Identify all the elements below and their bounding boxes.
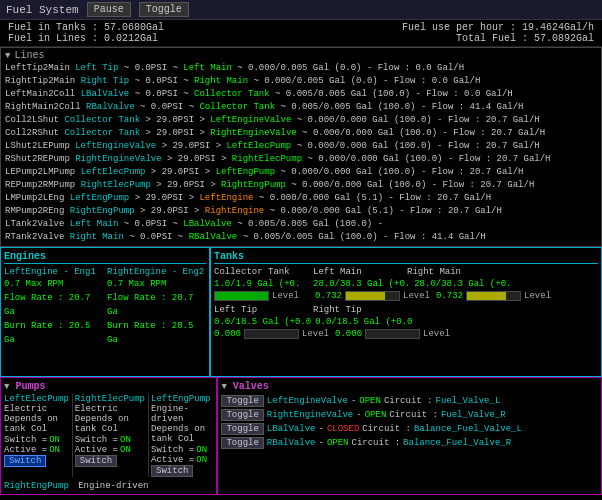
pump-2-switch-row: Switch = ON [75, 435, 145, 445]
pump-2-name: RightElecPump [75, 394, 145, 404]
title-bar: Fuel System Pause Toggle [0, 0, 602, 20]
engine-2-flow: Flow Rate : 20.7 Ga [107, 291, 206, 319]
line-row-12: RMPump2REng RightEngPump > 29.0PSI > Rig… [5, 205, 597, 218]
right-tip-level: 0.000 [335, 329, 362, 339]
collector-progress [214, 291, 269, 301]
pump-2-col: RightElecPump Electric Depends on tank C… [75, 394, 149, 477]
engine-1-col: LeftEngine - Eng1 0.7 Max RPM Flow Rate … [4, 267, 103, 347]
left-tip-val: 0.0/18.5 Gal (+0.0 [214, 317, 311, 327]
pumps-panel: ▼ Pumps LeftElecPump Electric Depends on… [0, 377, 217, 495]
lines-header: Lines [14, 50, 44, 61]
right-main-val: 28.0/38.3 Gal (+0. [414, 279, 511, 289]
pump-1-col: LeftElecPump Electric Depends on tank Co… [4, 394, 73, 477]
pump-4-row: RightEngPump Engine-driven [4, 481, 213, 491]
line-row-13: LTank2Valve Left Main ~ 0.0PSI ~ LBalVal… [5, 218, 597, 231]
tanks-header: Tanks [214, 251, 598, 264]
tanks-header-row: Collector Tank Left Main Right Main [214, 267, 598, 277]
tank-bars-row: Level 0.732 Level 0.732 Level [214, 291, 598, 301]
valve-1-status: OPEN [359, 394, 381, 408]
left-tip-level-label: Level [302, 329, 329, 339]
valve-3-circuit: Balance_Fuel_Valve_L [414, 422, 522, 436]
line-row-1: LeftTip2Main Left Tip ~ 0.0PSI ~ Left Ma… [5, 62, 597, 75]
left-main-progress [345, 291, 400, 301]
engine-2-name: RightEngine - Eng2 [107, 267, 206, 277]
pump-1-name: LeftElecPump [4, 394, 69, 404]
main-content: ▼ Lines LeftTip2Main Left Tip ~ 0.0PSI ~… [0, 47, 602, 495]
engine-2-rpm: 0.7 Max RPM [107, 277, 206, 291]
pump-2-active-row: Active = ON [75, 445, 145, 455]
toggle-button[interactable]: Toggle [139, 2, 189, 17]
valve-1-circuit: Fuel_Valve_L [436, 394, 501, 408]
pump-3-active-row: Active = ON [151, 455, 210, 465]
valve-3-toggle-button[interactable]: Toggle [221, 423, 263, 435]
right-main-level: 0.732 [436, 291, 463, 301]
engine-2-burn: Burn Rate : 20.5 Ga [107, 319, 206, 347]
fuel-in-lines: Fuel in Lines : 0.0212Gal [8, 33, 164, 44]
pump-1-switch-row: Switch = ON [4, 435, 69, 445]
line-row-10: REPump2RMPump RightElecPump > 29.0PSI > … [5, 179, 597, 192]
pump-columns: LeftElecPump Electric Depends on tank Co… [4, 394, 213, 477]
pump-2-switch-button[interactable]: Switch [75, 455, 117, 467]
valves-header: ▼ Valves [221, 381, 598, 392]
right-main-progress [466, 291, 521, 301]
valve-4-name: RBalValve [267, 436, 316, 450]
engines-header: Engines [4, 251, 206, 264]
collector-level: Level [272, 291, 299, 301]
valve-4-row: Toggle RBalValve - OPEN Circuit : Balanc… [221, 436, 598, 450]
fuel-use-per-hour: Fuel use per hour : 19.4624Gal/h [402, 22, 594, 33]
valve-2-circuit: Fuel_Valve_R [441, 408, 506, 422]
valve-2-toggle-button[interactable]: Toggle [221, 409, 263, 421]
pump-1-dep: Depends on tank Col [4, 414, 69, 434]
right-tip-val: 0.0/18.5 Gal (+0.0 [315, 317, 412, 327]
right-main-level-label: Level [524, 291, 551, 301]
pump-1-active-row: Active = ON [4, 445, 69, 455]
line-row-7: LShut2LEPump LeftEngineValve > 29.0PSI >… [5, 140, 597, 153]
valve-3-status: CLOSED [327, 422, 359, 436]
pump-1-type: Electric [4, 404, 69, 414]
line-row-8: RShut2REPump RightEngineValve > 29.0PSI … [5, 153, 597, 166]
pump-3-col: LeftEngPump Engine-driven Depends on tan… [151, 394, 213, 477]
collector-val: 1.0/1.9 Gal (+0. [214, 279, 309, 289]
line-row-11: LMPump2LEng LeftEngPump > 29.0PSI > Left… [5, 192, 597, 205]
line-row-14: RTank2Valve Right Main ~ 0.0PSI ~ RBalVa… [5, 231, 597, 244]
tip-bars-row: 0.000 Level 0.000 Level [214, 329, 598, 339]
pump-3-switch-row: Switch = ON [151, 445, 210, 455]
left-tip-level: 0.000 [214, 329, 241, 339]
pump-3-dep: Depends on tank Col [151, 424, 210, 444]
valve-1-name: LeftEngineValve [267, 394, 348, 408]
valve-2-row: Toggle RightEngineValve - OPEN Circuit :… [221, 408, 598, 422]
pump-3-switch-button[interactable]: Switch [151, 465, 193, 477]
left-main-level-label: Level [403, 291, 430, 301]
pump-3-name: LeftEngPump [151, 394, 210, 404]
pump-1-switch-button[interactable]: Switch [4, 455, 46, 467]
left-tip-progress [244, 329, 299, 339]
valve-1-toggle-button[interactable]: Toggle [221, 395, 263, 407]
valve-2-status: OPEN [365, 408, 387, 422]
left-main-val: 28.0/38.3 Gal (+0. [313, 279, 410, 289]
pumps-valves-row: ▼ Pumps LeftElecPump Electric Depends on… [0, 377, 602, 495]
pump-3-type: Engine-driven [151, 404, 210, 424]
right-tip-level-label: Level [423, 329, 450, 339]
left-main-level: 0.732 [315, 291, 342, 301]
pumps-header: ▼ Pumps [4, 381, 213, 392]
line-row-3: LeftMain2Coll LBalValve ~ 0.0PSI ~ Colle… [5, 88, 597, 101]
pump-2-type: Electric [75, 404, 145, 414]
fuel-in-tanks: Fuel in Tanks : 57.0680Gal [8, 22, 164, 33]
line-row-2: RightTip2Main Right Tip ~ 0.0PSI ~ Right… [5, 75, 597, 88]
engines-tanks-row: Engines LeftEngine - Eng1 0.7 Max RPM Fl… [0, 247, 602, 377]
engine-1-flow: Flow Rate : 20.7 Ga [4, 291, 103, 319]
engine-1-name: LeftEngine - Eng1 [4, 267, 103, 277]
tip-tanks-header-row: Left Tip Right Tip [214, 305, 598, 315]
engine-1-burn: Burn Rate : 20.5 Ga [4, 319, 103, 347]
valve-3-name: LBalValve [267, 422, 316, 436]
pause-button[interactable]: Pause [87, 2, 131, 17]
pump-2-dep: Depends on tank Col [75, 414, 145, 434]
title-text: Fuel System [6, 4, 79, 16]
lines-triangle: ▼ [5, 51, 10, 61]
valve-4-toggle-button[interactable]: Toggle [221, 437, 263, 449]
engines-panel: Engines LeftEngine - Eng1 0.7 Max RPM Fl… [0, 247, 210, 377]
line-row-5: Coll2LShut Collector Tank > 29.0PSI > Le… [5, 114, 597, 127]
tank-values-row: 1.0/1.9 Gal (+0. 28.0/38.3 Gal (+0. 28.0… [214, 279, 598, 289]
valve-4-status: OPEN [327, 436, 349, 450]
engine-2-col: RightEngine - Eng2 0.7 Max RPM Flow Rate… [107, 267, 206, 347]
